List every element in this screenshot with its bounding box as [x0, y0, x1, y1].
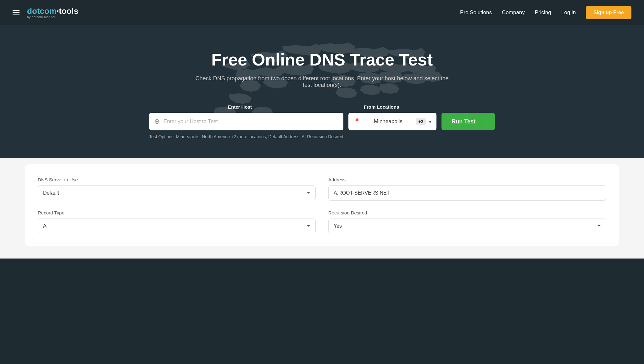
search-form: Enter Host From Locations ⊕ 📍 Minneapoli… [149, 104, 495, 139]
nav-login[interactable]: Log in [561, 9, 576, 16]
recursion-select[interactable]: Yes No [328, 219, 606, 233]
test-options-text: Test Options: Minneapolis, North America… [149, 134, 495, 139]
location-badge: +2 [416, 118, 426, 125]
recursion-field: Recursion Desired Yes No [328, 210, 606, 233]
record-type-label: Record Type [38, 210, 316, 215]
dns-server-label: DNS Server to Use [38, 177, 316, 182]
record-type-field: Record Type A AAAA CNAME MX NS TXT SOA [38, 210, 316, 233]
nav-pro-solutions[interactable]: Pro Solutions [460, 9, 492, 16]
dns-server-field: DNS Server to Use Default Google (8.8.8.… [38, 177, 316, 201]
location-value: Minneapolis [364, 118, 413, 125]
record-type-select[interactable]: A AAAA CNAME MX NS TXT SOA [38, 219, 316, 233]
address-label: Address [328, 177, 606, 182]
hero-subtitle: Check DNS propagation from two dozen dif… [193, 75, 451, 88]
hamburger-menu[interactable] [13, 10, 19, 15]
host-label: Enter Host [149, 104, 331, 110]
signup-button[interactable]: Sign up Free [586, 6, 631, 19]
nav-company[interactable]: Company [502, 9, 525, 16]
address-field: Address [328, 177, 606, 201]
run-test-label: Run Test [452, 118, 475, 125]
hero-section: Free Online DNS Trace Test Check DNS pro… [0, 25, 644, 158]
options-panel: DNS Server to Use Default Google (8.8.8.… [25, 164, 619, 246]
page-title: Free Online DNS Trace Test [13, 50, 631, 69]
nav-links: Pro Solutions Company Pricing Log in Sig… [460, 6, 631, 19]
arrow-right-icon: → [479, 118, 485, 125]
host-input[interactable] [164, 113, 338, 130]
chevron-down-icon: ▾ [429, 119, 431, 125]
logo-subtitle: by dotcom·monitor [27, 15, 78, 19]
address-input[interactable] [328, 185, 606, 201]
dns-server-select[interactable]: Default Google (8.8.8.8) Cloudflare (1.1… [38, 185, 316, 200]
navbar: dotcom·tools by dotcom·monitor Pro Solut… [0, 0, 644, 25]
pin-icon: 📍 [353, 118, 360, 125]
globe-icon: ⊕ [154, 117, 160, 126]
logo: dotcom·tools by dotcom·monitor [27, 6, 78, 19]
host-input-wrapper: ⊕ [149, 113, 343, 130]
nav-pricing[interactable]: Pricing [535, 9, 551, 16]
run-test-button[interactable]: Run Test → [441, 113, 495, 130]
location-select[interactable]: 📍 Minneapolis +2 ▾ [348, 113, 436, 130]
recursion-label: Recursion Desired [328, 210, 606, 215]
locations-label: From Locations [336, 104, 427, 110]
